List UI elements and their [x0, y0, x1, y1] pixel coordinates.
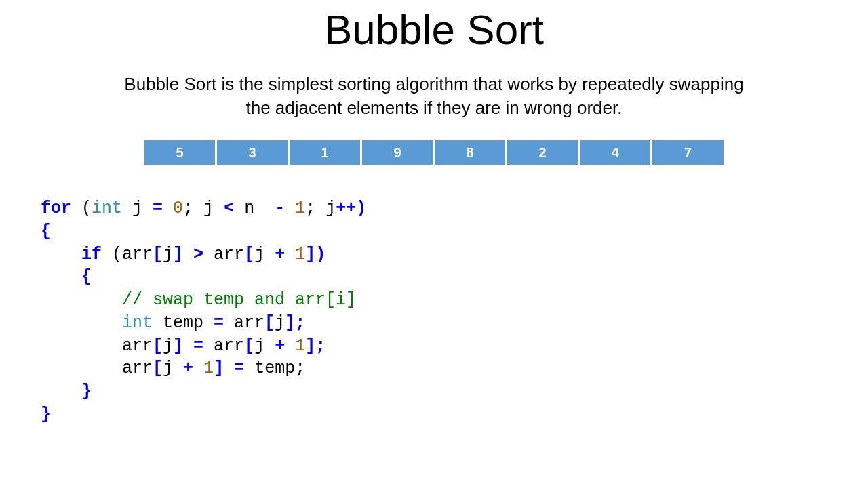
code-text: (	[71, 199, 92, 218]
array-cell: 4	[580, 140, 651, 165]
number: 1	[295, 336, 305, 356]
code-block: for (int j = 0; j < n - 1; j++) { if (ar…	[41, 197, 868, 426]
brace: }	[41, 405, 51, 424]
number: 1	[203, 359, 214, 378]
type-int: int	[92, 199, 122, 218]
code-text	[285, 245, 295, 264]
code-text: ; j	[183, 199, 224, 218]
code-text: temp;	[244, 359, 305, 378]
array-cell: 3	[217, 140, 288, 165]
code-text: (arr	[102, 245, 153, 264]
array-cell: 8	[435, 140, 506, 165]
bracket: ] =	[214, 359, 244, 378]
bracket: ])	[305, 245, 326, 264]
operator: =	[153, 199, 163, 218]
code-text: j	[163, 336, 173, 356]
code-text: arr	[224, 313, 264, 333]
code-text	[285, 336, 295, 356]
bracket: [	[153, 245, 163, 264]
number: 1	[295, 245, 305, 264]
number: 0	[173, 199, 183, 218]
code-text: j	[254, 336, 275, 356]
array-cell: 2	[507, 140, 578, 165]
array-cell: 7	[652, 140, 724, 165]
type-int: int	[122, 313, 153, 333]
brace: {	[81, 267, 92, 287]
operator: -	[275, 199, 285, 218]
number: 1	[295, 199, 305, 218]
bracket: [	[153, 359, 163, 378]
operator: <	[224, 199, 234, 218]
operator: =	[214, 313, 224, 333]
bracket: ] =	[173, 336, 203, 356]
code-text	[193, 359, 203, 378]
page-title: Bubble Sort	[0, 5, 868, 54]
keyword-if: if	[81, 245, 102, 264]
operator: ++)	[336, 199, 366, 218]
bracket: [	[244, 245, 254, 264]
code-text: temp	[153, 313, 214, 333]
code-text: ; j	[305, 199, 336, 218]
array-cell: 1	[290, 140, 361, 165]
code-text: arr	[203, 245, 244, 264]
code-text	[163, 199, 173, 218]
keyword-for: for	[41, 199, 71, 218]
code-text: n	[234, 199, 275, 218]
bracket: [	[264, 313, 275, 333]
operator: +	[183, 359, 193, 378]
brace: {	[41, 222, 51, 241]
code-text: j	[122, 199, 153, 218]
operator: +	[275, 336, 285, 356]
code-text: j	[275, 313, 285, 333]
operator: +	[275, 245, 285, 264]
code-text: j	[163, 359, 183, 378]
bracket: [	[244, 336, 254, 356]
array-cell: 5	[144, 140, 216, 165]
bracket: ];	[285, 313, 305, 333]
bracket: [	[153, 336, 163, 356]
code-text: j	[254, 245, 275, 264]
code-text: j	[163, 245, 173, 264]
bracket: ] >	[173, 245, 203, 264]
code-text: arr	[203, 336, 244, 356]
brace: }	[81, 382, 92, 401]
array-row: 5 3 1 9 8 2 4 7	[0, 140, 868, 165]
bracket: ];	[305, 336, 326, 356]
code-text: arr	[122, 359, 153, 378]
code-text	[285, 199, 295, 218]
comment: // swap temp and arr[i]	[122, 290, 356, 310]
description-text: Bubble Sort is the simplest sorting algo…	[122, 73, 746, 120]
code-text: arr	[122, 336, 153, 356]
array-cell: 9	[362, 140, 433, 165]
